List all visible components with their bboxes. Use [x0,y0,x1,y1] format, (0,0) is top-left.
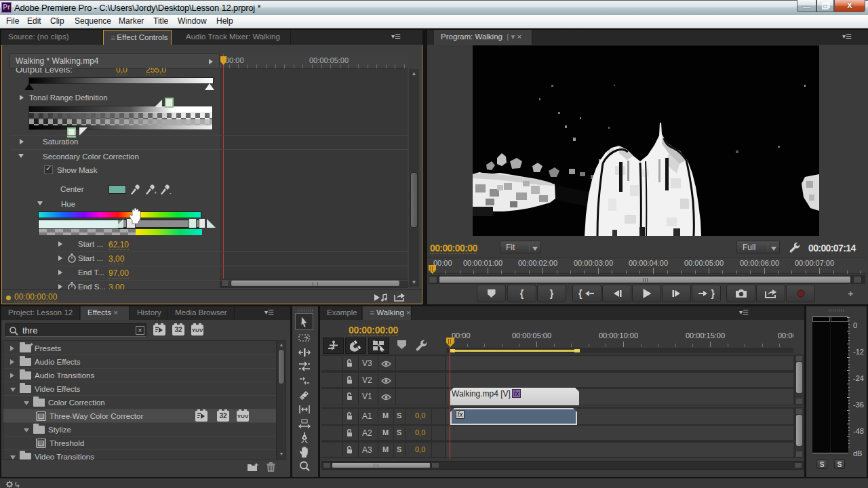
svg-text:+: + [154,190,157,195]
svg-text:-: - [170,190,172,195]
